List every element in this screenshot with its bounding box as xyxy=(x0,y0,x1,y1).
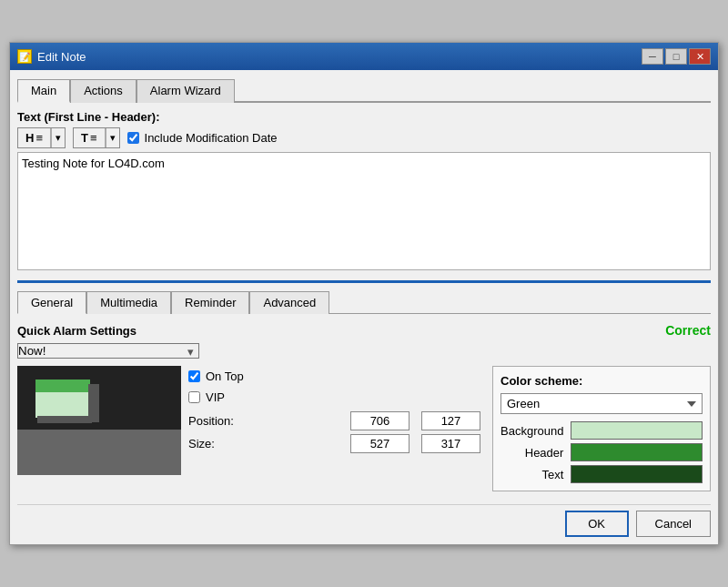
header-bold-button[interactable]: H ≡ xyxy=(18,128,51,147)
modification-date-row: Include Modification Date xyxy=(127,131,278,145)
color-select-row: Green Blue Yellow Red White Black xyxy=(500,393,703,414)
text-swatch xyxy=(571,465,703,483)
title-bar: 📝 Edit Note ─ □ ✕ xyxy=(10,43,718,70)
tab-advanced[interactable]: Advanced xyxy=(249,291,329,314)
on-top-checkbox[interactable] xyxy=(188,370,200,382)
size-h-input[interactable] xyxy=(421,434,480,453)
header-dropdown-button[interactable]: ▾ xyxy=(51,128,65,147)
close-button[interactable]: ✕ xyxy=(689,48,711,65)
header-toolbar-group: H ≡ ▾ xyxy=(17,127,66,148)
text-section-label: Text (First Line - Header): xyxy=(17,110,711,124)
modification-date-label: Include Modification Date xyxy=(145,131,278,145)
preview-note-header xyxy=(35,380,90,392)
text-dropdown-button[interactable]: ▾ xyxy=(106,128,119,147)
title-bar-left: 📝 Edit Note xyxy=(17,49,86,64)
color-scheme-title: Color scheme: xyxy=(500,374,703,388)
quick-alarm-row: Quick Alarm Settings Correct xyxy=(17,323,711,338)
minimize-button[interactable]: ─ xyxy=(642,48,663,65)
ok-button[interactable]: OK xyxy=(565,511,629,537)
alarm-select-wrapper: Now! In 5 minutes In 1 hour Tomorrow xyxy=(17,343,199,359)
top-tabs: Main Actions Alarm Wizard xyxy=(17,77,711,103)
window-icon: 📝 xyxy=(17,49,32,64)
alarm-select[interactable]: Now! In 5 minutes In 1 hour Tomorrow xyxy=(17,343,199,359)
text-swatch-label: Text xyxy=(500,468,563,481)
main-bottom-row: On Top VIP Position: Size: xyxy=(17,366,711,491)
color-scheme-select[interactable]: Green Blue Yellow Red White Black xyxy=(500,393,703,414)
cancel-button[interactable]: Cancel xyxy=(636,511,711,537)
header-swatch xyxy=(571,443,703,461)
preview-grey-area xyxy=(17,430,181,475)
title-controls: ─ □ ✕ xyxy=(642,48,711,65)
tab-alarm-wizard[interactable]: Alarm Wizard xyxy=(136,79,235,103)
tab-actions[interactable]: Actions xyxy=(70,79,136,103)
position-y-input[interactable] xyxy=(421,411,480,430)
toolbar-row: H ≡ ▾ T ≡ ▾ Include Modification Date xyxy=(17,127,711,148)
position-label: Position: xyxy=(188,414,343,428)
window-title: Edit Note xyxy=(37,50,86,64)
options-panel: On Top VIP Position: Size: xyxy=(188,366,485,491)
on-top-row: On Top xyxy=(188,369,485,383)
bottom-buttons: OK Cancel xyxy=(17,504,711,537)
text-bold-button[interactable]: T ≡ xyxy=(74,128,106,147)
text-toolbar-group: T ≡ ▾ xyxy=(73,127,120,148)
modification-date-checkbox[interactable] xyxy=(127,132,139,144)
general-panel: Quick Alarm Settings Correct Now! In 5 m… xyxy=(17,319,711,495)
vip-checkbox[interactable] xyxy=(188,391,200,403)
header-swatch-label: Header xyxy=(500,446,563,460)
tab-general[interactable]: General xyxy=(17,291,86,314)
background-swatch-label: Background xyxy=(500,424,563,438)
quick-alarm-label: Quick Alarm Settings xyxy=(17,324,136,338)
bottom-tabs: General Multimedia Reminder Advanced xyxy=(17,290,711,314)
note-preview xyxy=(17,366,181,475)
on-top-label: On Top xyxy=(206,369,244,383)
preview-shadow-bottom xyxy=(37,416,92,423)
size-label: Size: xyxy=(188,437,343,450)
position-size-grid: Position: Size: xyxy=(188,411,485,453)
window-body: Main Actions Alarm Wizard Text (First Li… xyxy=(10,70,718,544)
note-textarea[interactable]: Testing Note for LO4D.com xyxy=(17,152,711,270)
color-swatches: Background Header Text xyxy=(500,421,703,483)
tab-reminder[interactable]: Reminder xyxy=(171,291,249,314)
color-scheme-panel: Color scheme: Green Blue Yellow Red Whit… xyxy=(492,366,711,491)
edit-note-window: 📝 Edit Note ─ □ ✕ Main Actions Alarm Wiz… xyxy=(9,42,719,545)
maximize-button[interactable]: □ xyxy=(665,48,687,65)
blue-separator xyxy=(17,280,711,283)
correct-label: Correct xyxy=(665,323,711,338)
position-x-input[interactable] xyxy=(350,411,410,430)
background-swatch xyxy=(571,421,703,440)
preview-note-body xyxy=(35,380,90,418)
vip-row: VIP xyxy=(188,390,485,404)
tab-multimedia[interactable]: Multimedia xyxy=(86,291,171,314)
size-w-input[interactable] xyxy=(350,434,410,453)
vip-label: VIP xyxy=(206,390,225,404)
tab-main[interactable]: Main xyxy=(17,79,70,103)
